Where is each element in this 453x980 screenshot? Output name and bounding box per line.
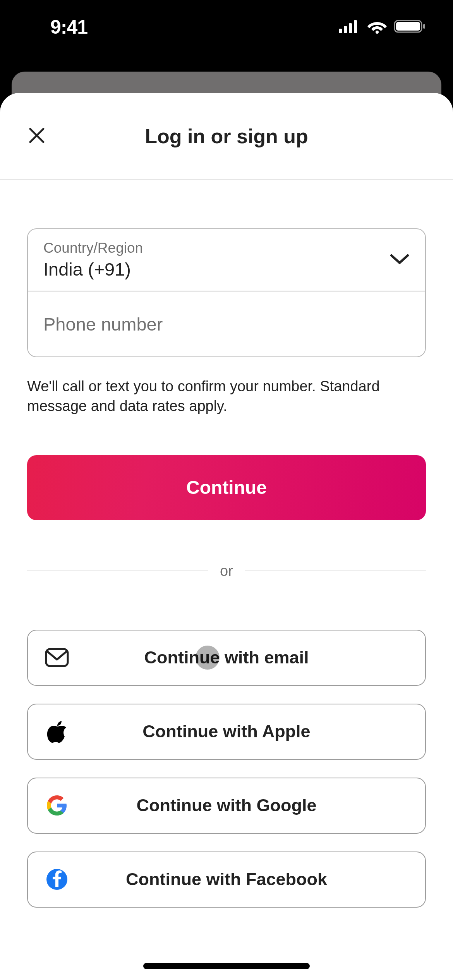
divider-line-right <box>245 571 426 571</box>
close-icon <box>28 127 45 146</box>
content: Country/Region India (+91) We'll call or… <box>0 180 453 908</box>
continue-email-label: Continue with email <box>28 648 425 668</box>
status-time: 9:41 <box>50 16 88 38</box>
continue-button[interactable]: Continue <box>27 455 426 520</box>
apple-icon <box>45 720 69 744</box>
battery-icon <box>394 19 426 35</box>
continue-email-button[interactable]: Continue with email <box>27 630 426 686</box>
continue-google-label: Continue with Google <box>28 795 425 816</box>
phone-input[interactable] <box>43 314 410 335</box>
continue-apple-label: Continue with Apple <box>28 721 425 742</box>
page-title: Log in or sign up <box>145 125 308 148</box>
touch-indicator <box>196 646 220 670</box>
disclaimer-text: We'll call or text you to confirm your n… <box>27 377 426 416</box>
status-icons <box>339 19 426 35</box>
google-icon <box>45 793 69 817</box>
home-indicator[interactable] <box>143 963 310 969</box>
continue-apple-button[interactable]: Continue with Apple <box>27 704 426 760</box>
chevron-down-icon <box>390 254 410 267</box>
sheet-header: Log in or sign up <box>0 93 453 180</box>
close-button[interactable] <box>23 123 50 150</box>
continue-label: Continue <box>186 477 267 498</box>
divider: or <box>27 563 426 579</box>
svg-rect-3 <box>354 20 357 33</box>
country-value: India (+91) <box>43 259 143 280</box>
svg-rect-0 <box>339 29 342 33</box>
facebook-icon <box>45 867 69 891</box>
phone-field-group: Country/Region India (+91) <box>27 228 426 357</box>
continue-facebook-button[interactable]: Continue with Facebook <box>27 852 426 908</box>
svg-rect-6 <box>396 22 420 31</box>
phone-field <box>28 291 425 356</box>
social-list: Continue with email Continue with Apple <box>27 630 426 908</box>
wifi-icon <box>367 19 387 35</box>
cellular-icon <box>339 19 360 35</box>
country-text: Country/Region India (+91) <box>43 240 143 280</box>
svg-rect-1 <box>344 26 347 33</box>
svg-rect-10 <box>46 649 68 666</box>
svg-rect-7 <box>423 24 425 29</box>
country-label: Country/Region <box>43 240 143 256</box>
svg-point-4 <box>376 31 379 34</box>
continue-google-button[interactable]: Continue with Google <box>27 778 426 834</box>
divider-text: or <box>220 563 233 579</box>
svg-rect-2 <box>349 23 352 33</box>
email-icon <box>45 646 69 670</box>
divider-line-left <box>27 571 208 571</box>
country-selector[interactable]: Country/Region India (+91) <box>28 229 425 291</box>
continue-facebook-label: Continue with Facebook <box>28 869 425 889</box>
login-sheet: Log in or sign up Country/Region India (… <box>0 93 453 980</box>
status-bar: 9:41 <box>0 0 453 54</box>
